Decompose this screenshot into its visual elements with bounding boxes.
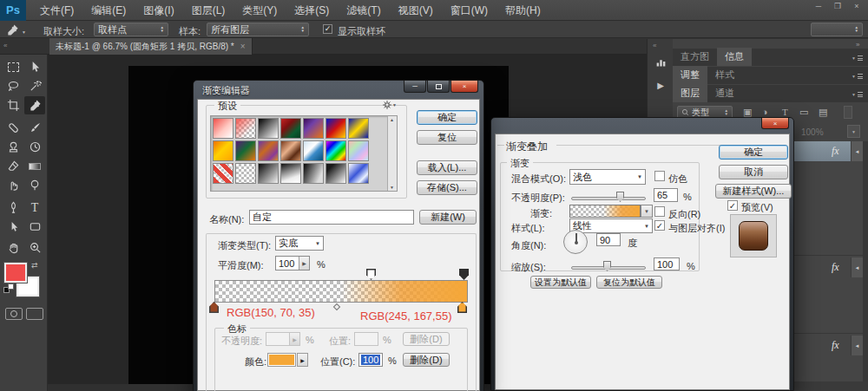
gradient-preset-swatch[interactable]	[280, 140, 301, 161]
gradient-preset-swatch[interactable]	[258, 140, 279, 161]
menu-image[interactable]: 图像(I)	[135, 0, 182, 21]
load-button[interactable]: 载入(L)...	[417, 160, 477, 175]
gradient-type-select[interactable]: 实底▼	[275, 236, 324, 251]
window-restore-button[interactable]: ❐	[828, 0, 847, 11]
gradient-preset-swatch[interactable]	[235, 118, 256, 139]
smoothness-input[interactable]: 100 ▶	[275, 256, 310, 270]
histogram-panel-icon[interactable]	[651, 54, 670, 71]
history-brush-tool[interactable]	[24, 138, 45, 156]
gradient-preset-swatch[interactable]	[213, 140, 233, 161]
shape-tool[interactable]	[24, 218, 45, 236]
tab-info[interactable]: 信息	[717, 48, 752, 66]
tab-styles[interactable]: 样式	[707, 66, 742, 84]
tool-preset-caret[interactable]: ▼	[22, 29, 26, 35]
ok-button[interactable]: 确定	[417, 110, 477, 125]
presets-scrollbar[interactable]: ▲ ▼	[387, 116, 397, 191]
show-sampling-ring-checkbox[interactable]: ✓	[323, 24, 332, 34]
stop-position-input[interactable]: 100	[358, 353, 383, 367]
gradient-preview[interactable]	[569, 205, 641, 218]
menu-type[interactable]: 类型(Y)	[233, 0, 286, 21]
dialog-close-button[interactable]: ×	[761, 118, 789, 129]
collapse-effects-icon[interactable]: ◄	[851, 257, 863, 277]
filter-shape-layers-icon[interactable]: ▭	[799, 107, 808, 118]
menu-filter[interactable]: 滤镜(T)	[338, 0, 389, 21]
sample-size-dropdown[interactable]: 取样点 ▲▼	[94, 23, 168, 36]
layers-scrollbar[interactable]	[863, 141, 868, 381]
opacity-slider-track[interactable]	[571, 197, 646, 200]
sample-dropdown[interactable]: 所有图层 ▲▼	[207, 23, 309, 36]
screen-mode-button[interactable]	[26, 308, 43, 320]
gradient-preset-swatch[interactable]	[348, 118, 369, 139]
gradient-preset-swatch[interactable]	[280, 118, 301, 139]
align-with-layer-checkbox[interactable]: ✓	[654, 220, 665, 231]
toolbar-collapse-icon[interactable]: «	[3, 42, 7, 49]
gradient-preset-swatch[interactable]	[303, 118, 324, 139]
menu-file[interactable]: 文件(F)	[31, 0, 82, 21]
scroll-down-icon[interactable]: ▼	[390, 185, 394, 190]
delete-color-stop-button[interactable]: 删除(D)	[403, 353, 450, 367]
brush-tool[interactable]	[24, 119, 45, 137]
scroll-up-icon[interactable]: ▲	[390, 117, 394, 122]
gradient-preset-swatch[interactable]	[258, 118, 279, 139]
swap-colors-icon[interactable]: ⇄	[31, 261, 38, 270]
document-tab[interactable]: 未标题-1 @ 66.7% (圆角矩形 1 拷贝, RGB/8) * ×	[49, 38, 253, 55]
scale-input[interactable]: 100	[654, 257, 680, 270]
gradient-preset-swatch[interactable]	[258, 163, 279, 184]
quick-mask-button[interactable]	[5, 308, 23, 320]
gradient-preset-swatch[interactable]	[303, 140, 324, 161]
filter-smart-objects-icon[interactable]: ▤	[819, 107, 827, 118]
gradient-preset-swatch[interactable]	[280, 163, 301, 184]
blend-mode-select[interactable]: 浅色▼	[569, 169, 646, 185]
panel-menu-icon[interactable]: ▼	[852, 54, 863, 62]
tab-adjustments[interactable]: 调整	[673, 66, 707, 84]
gradient-bar[interactable]	[214, 280, 468, 303]
presets-menu-button[interactable]: ▼	[382, 100, 397, 110]
gradient-picker-arrow[interactable]: ▼	[641, 205, 653, 218]
eraser-tool[interactable]	[3, 157, 23, 175]
stop-color-swatch[interactable]	[267, 353, 296, 367]
type-tool[interactable]: T	[24, 199, 45, 217]
tab-channels[interactable]: 通道	[707, 84, 742, 102]
cancel-button[interactable]: 取消	[719, 165, 788, 179]
dock-collapse-icon[interactable]: «	[653, 42, 656, 49]
stop-color-picker-arrow[interactable]: ▶	[297, 353, 308, 367]
window-close-button[interactable]: ×	[847, 0, 866, 11]
panel-menu-icon[interactable]: ▼	[852, 90, 863, 98]
gradient-preset-swatch[interactable]	[235, 140, 256, 161]
gradient-preset-swatch[interactable]	[326, 118, 346, 139]
angle-dial[interactable]	[563, 230, 588, 254]
path-selection-tool[interactable]	[3, 218, 23, 236]
zoom-tool[interactable]	[24, 238, 45, 257]
gradient-preset-swatch[interactable]	[303, 163, 324, 184]
gradient-preset-swatch[interactable]	[326, 140, 346, 161]
set-default-button[interactable]: 设置为默认值	[530, 276, 591, 289]
window-minimize-button[interactable]: ─	[809, 0, 828, 11]
magic-wand-tool[interactable]	[24, 77, 45, 95]
gradient-preset-swatch[interactable]	[235, 163, 256, 184]
angle-input[interactable]: 90	[596, 233, 621, 246]
clone-stamp-tool[interactable]	[3, 138, 23, 156]
gradient-preset-swatch[interactable]	[348, 140, 369, 161]
gradient-preset-swatch[interactable]	[213, 118, 233, 139]
document-tab-close-icon[interactable]: ×	[240, 42, 246, 51]
new-gradient-button[interactable]: 新建(W)	[419, 210, 477, 225]
menu-layer[interactable]: 图层(L)	[183, 0, 234, 21]
tab-histogram[interactable]: 直方图	[673, 48, 717, 66]
dither-checkbox[interactable]	[654, 171, 665, 181]
actions-panel-icon[interactable]: ▶	[651, 76, 670, 94]
pen-tool[interactable]	[3, 199, 23, 217]
collapse-effects-icon[interactable]: ◄	[851, 141, 863, 161]
dialog-close-button[interactable]: ×	[450, 81, 478, 93]
hand-tool[interactable]	[3, 238, 23, 257]
gradient-preset-swatch[interactable]	[326, 163, 346, 184]
panel-menu-icon[interactable]: ▼	[852, 72, 863, 80]
panels-collapse-icon[interactable]: »	[856, 41, 859, 49]
reverse-checkbox[interactable]	[654, 206, 665, 217]
filter-type-layers-icon[interactable]: T	[782, 107, 788, 117]
filter-toggle-icon[interactable]	[844, 106, 852, 119]
marquee-tool[interactable]	[3, 58, 23, 76]
opacity-input[interactable]: 65	[654, 188, 678, 202]
smoothness-spinner-icon[interactable]: ▶	[299, 257, 309, 270]
smudge-tool[interactable]	[3, 176, 23, 194]
menu-view[interactable]: 视图(V)	[390, 0, 442, 21]
